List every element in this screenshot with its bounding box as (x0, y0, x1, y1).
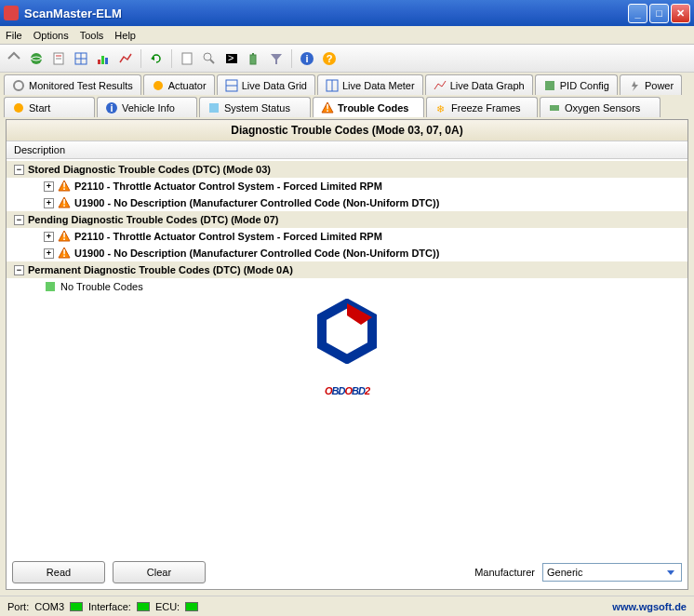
svg-rect-33 (209, 103, 219, 113)
tab-oxygen-sensors[interactable]: Oxygen Sensors (540, 97, 661, 117)
status-port-label: Port: (7, 601, 29, 612)
expand-icon[interactable]: + (44, 232, 54, 242)
tab-pid-config[interactable]: PID Config (535, 74, 618, 95)
svg-point-24 (153, 81, 163, 90)
window-titlebar: ScanMaster-ELM _ □ ✕ (0, 0, 694, 26)
tab-live-graph[interactable]: Live Data Graph (425, 74, 533, 95)
tool-report-icon[interactable] (48, 48, 69, 69)
menu-help[interactable]: Help (114, 30, 136, 41)
svg-marker-18 (271, 54, 282, 64)
tab-actuator[interactable]: Actuator (143, 74, 215, 95)
status-port-value: COM3 (34, 601, 64, 612)
read-button[interactable]: Read (12, 561, 105, 583)
status-ecu-label: ECU: (155, 601, 180, 612)
svg-rect-46 (46, 282, 55, 291)
svg-point-12 (204, 53, 211, 60)
svg-text:i: i (305, 53, 308, 64)
tool-globe-icon[interactable] (26, 48, 47, 69)
svg-rect-7 (98, 60, 100, 64)
tab-monitored-results[interactable]: Monitored Test Results (4, 74, 141, 95)
svg-rect-9 (105, 58, 108, 64)
tool-chart-icon[interactable] (93, 48, 113, 69)
interface-led-icon (137, 602, 150, 611)
tree-item-empty: No Trouble Codes (7, 278, 687, 295)
collapse-icon[interactable]: − (14, 265, 24, 275)
tree-item[interactable]: +!P2110 - Throttle Actuator Control Syst… (7, 228, 687, 245)
collapse-icon[interactable]: − (14, 165, 24, 175)
tool-battery-icon[interactable] (244, 48, 264, 69)
expand-icon[interactable]: + (44, 248, 54, 259)
port-led-icon (70, 602, 83, 611)
panel-header: Diagnostic Trouble Codes (Mode 03, 07, 0… (7, 120, 687, 141)
tool-search-icon[interactable] (199, 48, 220, 69)
tool-terminal-icon[interactable]: > (221, 48, 242, 69)
config-icon (543, 79, 556, 92)
tab-trouble-codes[interactable]: !Trouble Codes (313, 97, 424, 117)
tab-system-status[interactable]: System Status (199, 97, 311, 117)
tab-start[interactable]: Start (4, 97, 95, 117)
power-icon (628, 79, 641, 92)
warning-icon: ! (321, 101, 334, 114)
tree-item[interactable]: +!U1900 - No Description (Manufacturer C… (7, 194, 687, 211)
maximize-button[interactable]: □ (649, 4, 669, 23)
status-icon (207, 101, 220, 114)
menu-file[interactable]: File (6, 30, 22, 41)
menu-tools[interactable]: Tools (80, 30, 104, 41)
ok-icon (44, 280, 57, 293)
tool-graph-icon[interactable] (115, 48, 136, 69)
panel-bottom-bar: Read Clear Manufacturer Generic (12, 561, 682, 583)
watermark-logo: OBDOBD2 (314, 299, 380, 402)
gear-icon (12, 79, 25, 92)
snowflake-icon: ❄ (434, 101, 447, 114)
svg-text:?: ? (327, 53, 333, 64)
tool-connect-icon[interactable] (4, 48, 24, 69)
tree-group-pending[interactable]: −Pending Diagnostic Trouble Codes (DTC) … (7, 211, 687, 228)
actuator-icon (152, 79, 165, 92)
tree-item[interactable]: +!P2110 - Throttle Actuator Control Syst… (7, 178, 687, 194)
minimize-button[interactable]: _ (628, 4, 647, 23)
column-description: Description (7, 141, 687, 159)
tool-doc-icon[interactable] (177, 48, 197, 69)
tab-power[interactable]: Power (620, 74, 682, 95)
svg-point-23 (14, 81, 23, 90)
tool-refresh-icon[interactable] (146, 48, 167, 69)
tab-vehicle-info[interactable]: iVehicle Info (97, 97, 197, 117)
tool-help-icon[interactable]: ? (319, 48, 340, 69)
svg-text:i: i (110, 102, 113, 114)
tab-live-meter[interactable]: Live Data Meter (317, 74, 423, 95)
vendor-link[interactable]: www.wgsoft.de (612, 601, 687, 612)
tool-info-icon[interactable]: i (297, 48, 317, 69)
svg-marker-48 (347, 303, 372, 325)
tree-group-permanent[interactable]: −Permanent Diagnostic Trouble Codes (DTC… (7, 261, 687, 278)
tree-group-stored[interactable]: −Stored Diagnostic Trouble Codes (DTC) (… (7, 161, 687, 178)
tab-live-grid[interactable]: Live Data Grid (217, 74, 315, 95)
dtc-tree[interactable]: −Stored Diagnostic Trouble Codes (DTC) (… (7, 159, 687, 297)
svg-rect-17 (252, 53, 254, 55)
tabs-area: Monitored Test Results Actuator Live Dat… (0, 73, 694, 117)
status-interface-label: Interface: (88, 601, 131, 612)
svg-text:!: ! (62, 197, 66, 208)
window-title: ScanMaster-ELM (24, 7, 628, 20)
collapse-icon[interactable]: − (14, 215, 24, 225)
tool-grid-icon[interactable] (71, 48, 91, 69)
start-icon (12, 101, 25, 114)
toolbar: > i ? (0, 45, 694, 73)
menu-bar: File Options Tools Help (0, 26, 694, 45)
svg-text:!: ! (62, 181, 66, 192)
svg-rect-11 (182, 53, 192, 64)
meter-icon (326, 79, 339, 92)
clear-button[interactable]: Clear (113, 561, 206, 583)
svg-rect-8 (101, 56, 104, 64)
expand-icon[interactable]: + (44, 181, 54, 192)
tab-freeze-frames[interactable]: ❄Freeze Frames (426, 97, 538, 117)
close-button[interactable]: ✕ (671, 4, 690, 23)
manufacturer-label: Manufacturer (474, 567, 535, 578)
menu-options[interactable]: Options (33, 30, 69, 41)
svg-text:!: ! (326, 102, 329, 114)
expand-icon[interactable]: + (44, 198, 54, 208)
tool-filter-icon[interactable] (266, 48, 287, 69)
chevron-down-icon (664, 566, 677, 579)
manufacturer-select[interactable]: Generic (542, 563, 682, 582)
svg-text:!: ! (62, 231, 66, 242)
tree-item[interactable]: +!U1900 - No Description (Manufacturer C… (7, 245, 687, 261)
